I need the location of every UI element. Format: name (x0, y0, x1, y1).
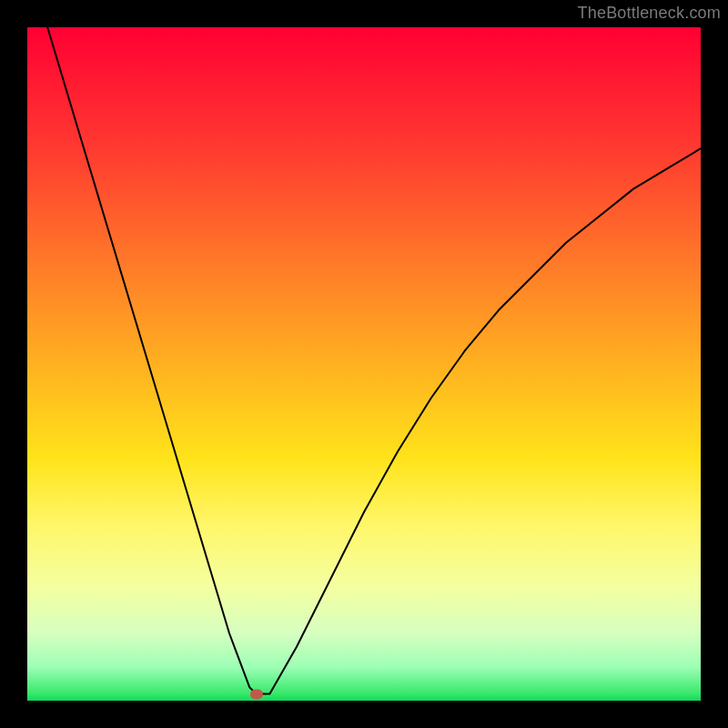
bottleneck-curve (47, 27, 701, 694)
curve-svg (27, 27, 701, 701)
minimum-marker (250, 689, 263, 699)
watermark-text: TheBottleneck.com (578, 4, 721, 23)
plot-area (27, 27, 701, 701)
chart-stage: TheBottleneck.com (0, 0, 728, 728)
